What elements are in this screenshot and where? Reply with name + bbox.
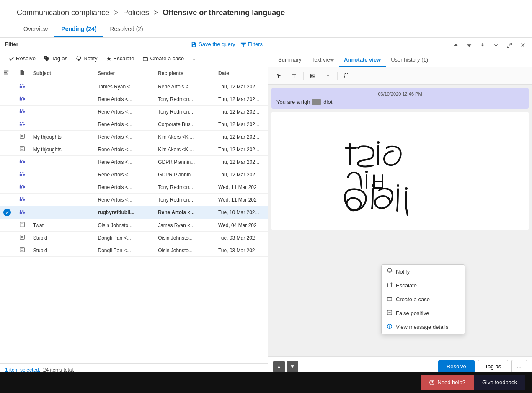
table-row[interactable]: Rene Artois <...GDPR Plannin...Thu, 12 M… xyxy=(0,168,268,181)
table-row[interactable]: StupidDongli Pan <...Oisin Johnsto...Tue… xyxy=(0,232,268,244)
image-tool-button[interactable] xyxy=(307,70,319,82)
row-checkbox[interactable] xyxy=(0,106,16,118)
row-checkbox[interactable] xyxy=(0,194,16,206)
nav-up-button[interactable] xyxy=(450,39,462,51)
table-row[interactable]: James Ryan <...Rene Artois <...Thu, 12 M… xyxy=(0,80,268,93)
tag-as-button[interactable]: Tag as xyxy=(41,54,71,63)
col-header-recipients[interactable]: Recipients xyxy=(155,66,215,80)
svg-point-13 xyxy=(365,171,368,173)
left-panel: Filter Save the query Filters Resolve xyxy=(0,38,268,376)
save-query-button[interactable]: Save the query xyxy=(191,41,235,47)
row-subject xyxy=(30,181,95,194)
nav-up-arrow-button[interactable]: ▲ xyxy=(273,361,285,372)
context-false-positive[interactable]: False positive xyxy=(382,306,465,320)
tab-annotate-view[interactable]: Annotate view xyxy=(339,53,386,67)
row-sender: Rene Artois <... xyxy=(94,143,155,156)
svg-rect-6 xyxy=(20,222,24,227)
table-row[interactable]: StupidDongli Pan <...Oisin Johnsto...Tue… xyxy=(0,244,268,257)
row-sender: Oisin Johnsto... xyxy=(94,219,155,232)
table-row[interactable]: rugbyrefdubli...Rene Artois <...Tue, 10 … xyxy=(0,206,268,219)
context-view-details[interactable]: View message details xyxy=(382,320,465,334)
svg-point-16 xyxy=(405,187,408,190)
breadcrumb: Communication compliance > Policies > Of… xyxy=(0,0,532,21)
table-row[interactable]: TwatOisin Johnsto...James Ryan <...Wed, … xyxy=(0,219,268,232)
text-tool-button[interactable]: T xyxy=(288,70,300,82)
breadcrumb-part3: Offensive or threatening language xyxy=(163,8,285,17)
row-type-icon xyxy=(16,219,30,232)
row-recipients: Tony Redmon... xyxy=(155,181,215,194)
table-row[interactable]: Rene Artois <...Tony Redmon...Wed, 11 Ma… xyxy=(0,181,268,194)
create-case-button[interactable]: Create a case xyxy=(139,54,187,63)
svg-rect-3 xyxy=(4,74,8,75)
row-subject: Stupid xyxy=(30,244,95,257)
selection-tool-button[interactable] xyxy=(341,70,353,82)
row-checkbox[interactable] xyxy=(0,181,16,194)
notify-button[interactable]: Notify xyxy=(72,54,101,63)
filters-button[interactable]: Filters xyxy=(240,41,263,47)
download-button[interactable] xyxy=(477,39,488,51)
table-row[interactable]: My thjoughtsRene Artois <...Kim Akers <K… xyxy=(0,131,268,143)
row-sender: James Ryan <... xyxy=(94,80,155,93)
escalate-button[interactable]: Escalate xyxy=(103,54,138,63)
right-top-controls xyxy=(268,38,532,53)
tab-text-view[interactable]: Text view xyxy=(307,53,339,67)
col-header-check xyxy=(0,66,16,80)
table-row[interactable]: Rene Artois <...Corporate Bus...Thu, 12 … xyxy=(0,118,268,131)
context-notify[interactable]: Notify xyxy=(382,265,465,279)
row-sender: Rene Artois <... xyxy=(94,118,155,131)
context-create-case[interactable]: Create a case xyxy=(382,292,465,306)
table-row[interactable]: Rene Artois <...Tony Redmon...Wed, 11 Ma… xyxy=(0,194,268,206)
row-checkbox[interactable] xyxy=(0,118,16,131)
col-header-subject[interactable]: Subject xyxy=(30,66,95,80)
message-text-after: idiot xyxy=(322,99,332,105)
row-checkbox[interactable] xyxy=(0,244,16,257)
give-feedback-button[interactable]: Give feedback xyxy=(474,375,525,390)
need-help-button[interactable]: Need help? xyxy=(421,375,474,390)
bottom-more-button[interactable]: ... xyxy=(511,360,527,373)
row-checkbox[interactable] xyxy=(0,143,16,156)
expand-icon xyxy=(506,42,512,48)
row-sender: Rene Artois <... xyxy=(94,168,155,181)
row-type-icon xyxy=(16,93,30,106)
col-header-sender[interactable]: Sender xyxy=(94,66,155,80)
svg-rect-5 xyxy=(20,147,24,151)
row-checkbox[interactable] xyxy=(0,156,16,168)
tab-resolved[interactable]: Resolved (2) xyxy=(103,21,150,37)
close-button[interactable] xyxy=(517,39,529,51)
chevron-down-button[interactable] xyxy=(490,39,502,51)
action-bar: Resolve Tag as Notify Escalate Create a … xyxy=(0,51,268,66)
row-recipients: Tony Redmon... xyxy=(155,194,215,206)
resolve-button[interactable]: Resolve xyxy=(5,54,39,63)
row-checkbox[interactable] xyxy=(0,93,16,106)
top-tabs: Overview Pending (24) Resolved (2) xyxy=(0,21,532,38)
tab-user-history[interactable]: User history (1) xyxy=(386,53,433,67)
bottom-tag-as-button[interactable]: Tag as xyxy=(478,360,508,373)
row-checkbox[interactable] xyxy=(0,206,16,219)
nav-down-arrow-button[interactable]: ▼ xyxy=(287,361,298,372)
expand-button[interactable] xyxy=(504,39,515,51)
row-checkbox[interactable] xyxy=(0,80,16,93)
context-escalate[interactable]: Escalate xyxy=(382,279,465,292)
table-row[interactable]: My thjoughtsRene Artois <...Kim Akers <K… xyxy=(0,143,268,156)
table-row[interactable]: Rene Artois <...Tony Redmon...Thu, 12 Ma… xyxy=(0,93,268,106)
row-checkbox[interactable] xyxy=(0,232,16,244)
row-checkbox[interactable] xyxy=(0,168,16,181)
row-date: Thu, 12 Mar 202... xyxy=(215,93,268,106)
tab-summary[interactable]: Summary xyxy=(273,53,307,67)
table-row[interactable]: Rene Artois <...Tony Redmon...Thu, 12 Ma… xyxy=(0,106,268,118)
row-checkbox[interactable] xyxy=(0,219,16,232)
nav-down-button[interactable] xyxy=(463,39,475,51)
handwriting-svg xyxy=(278,119,522,223)
row-checkbox[interactable] xyxy=(0,131,16,143)
bottom-resolve-button[interactable]: Resolve xyxy=(438,360,475,372)
tab-pending[interactable]: Pending (24) xyxy=(54,21,103,37)
check-icon xyxy=(8,56,14,62)
row-recipients: GDPR Plannin... xyxy=(155,156,215,168)
more-actions-button[interactable]: ... xyxy=(189,54,200,63)
image-dropdown-button[interactable] xyxy=(322,70,334,82)
table-row[interactable]: Rene Artois <...GDPR Plannin...Thu, 12 M… xyxy=(0,156,268,168)
select-tool-button[interactable] xyxy=(273,70,285,82)
tab-overview[interactable]: Overview xyxy=(17,21,54,37)
col-header-date[interactable]: Date xyxy=(215,66,268,80)
row-date: Tue, 10 Mar 202... xyxy=(215,206,268,219)
